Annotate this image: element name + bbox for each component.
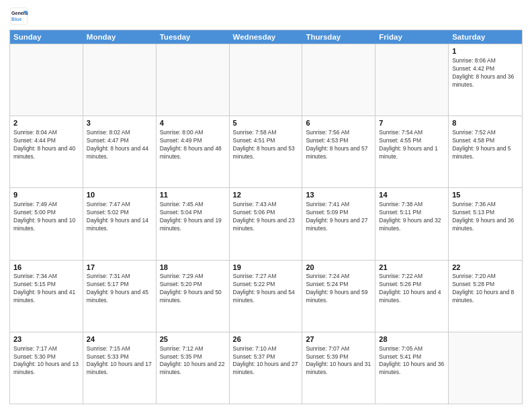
day-number: 7 xyxy=(379,118,445,128)
calendar-cell: 16Sunrise: 7:34 AM Sunset: 5:15 PM Dayli… xyxy=(10,261,83,332)
calendar-row: 9Sunrise: 7:49 AM Sunset: 5:00 PM Daylig… xyxy=(10,187,522,259)
calendar-cell xyxy=(83,44,157,116)
day-number: 16 xyxy=(13,263,79,273)
day-number: 28 xyxy=(379,334,445,345)
calendar-cell xyxy=(10,44,83,116)
calendar-cell: 13Sunrise: 7:41 AM Sunset: 5:09 PM Dayli… xyxy=(302,188,375,259)
calendar: SundayMondayTuesdayWednesdayThursdayFrid… xyxy=(9,30,523,404)
day-info: Sunrise: 7:54 AM Sunset: 4:55 PM Dayligh… xyxy=(379,129,445,161)
calendar-cell xyxy=(157,44,230,116)
day-number: 18 xyxy=(160,263,226,273)
day-number: 17 xyxy=(87,263,152,273)
day-info: Sunrise: 7:17 AM Sunset: 5:30 PM Dayligh… xyxy=(13,345,79,377)
day-info: Sunrise: 7:49 AM Sunset: 5:00 PM Dayligh… xyxy=(13,201,79,233)
page: General Blue SundayMondayTuesdayWednesda… xyxy=(0,0,532,411)
calendar-cell: 8Sunrise: 7:52 AM Sunset: 4:58 PM Daylig… xyxy=(449,116,522,187)
calendar-cell: 22Sunrise: 7:20 AM Sunset: 5:28 PM Dayli… xyxy=(449,261,522,332)
weekday-header: Saturday xyxy=(449,30,522,44)
calendar-body: 1Sunrise: 8:06 AM Sunset: 4:42 PM Daylig… xyxy=(10,44,522,404)
weekday-header: Tuesday xyxy=(157,30,230,44)
day-info: Sunrise: 7:12 AM Sunset: 5:35 PM Dayligh… xyxy=(160,345,226,377)
day-info: Sunrise: 7:05 AM Sunset: 5:41 PM Dayligh… xyxy=(379,345,445,377)
day-info: Sunrise: 7:20 AM Sunset: 5:28 PM Dayligh… xyxy=(452,273,519,305)
day-info: Sunrise: 8:06 AM Sunset: 4:42 PM Dayligh… xyxy=(452,57,519,89)
weekday-header: Sunday xyxy=(10,30,83,44)
day-info: Sunrise: 7:22 AM Sunset: 5:26 PM Dayligh… xyxy=(379,273,445,305)
day-number: 25 xyxy=(160,334,226,345)
day-info: Sunrise: 7:52 AM Sunset: 4:58 PM Dayligh… xyxy=(452,129,519,161)
day-info: Sunrise: 7:41 AM Sunset: 5:09 PM Dayligh… xyxy=(306,201,371,233)
calendar-cell: 9Sunrise: 7:49 AM Sunset: 5:00 PM Daylig… xyxy=(10,188,83,259)
day-info: Sunrise: 8:00 AM Sunset: 4:49 PM Dayligh… xyxy=(160,129,226,161)
day-number: 23 xyxy=(13,334,79,345)
day-number: 14 xyxy=(379,190,445,200)
day-info: Sunrise: 8:02 AM Sunset: 4:47 PM Dayligh… xyxy=(87,129,152,161)
day-number: 1 xyxy=(452,46,519,56)
day-info: Sunrise: 7:29 AM Sunset: 5:20 PM Dayligh… xyxy=(160,273,226,305)
calendar-cell: 26Sunrise: 7:10 AM Sunset: 5:37 PM Dayli… xyxy=(230,332,303,404)
calendar-cell: 10Sunrise: 7:47 AM Sunset: 5:02 PM Dayli… xyxy=(83,188,157,259)
day-number: 19 xyxy=(233,263,299,273)
day-number: 4 xyxy=(160,118,226,128)
calendar-cell: 25Sunrise: 7:12 AM Sunset: 5:35 PM Dayli… xyxy=(157,332,230,404)
logo-icon: General Blue xyxy=(9,7,28,26)
calendar-cell: 18Sunrise: 7:29 AM Sunset: 5:20 PM Dayli… xyxy=(157,261,230,332)
calendar-cell: 1Sunrise: 8:06 AM Sunset: 4:42 PM Daylig… xyxy=(449,44,522,116)
day-info: Sunrise: 7:27 AM Sunset: 5:22 PM Dayligh… xyxy=(233,273,299,305)
day-number: 22 xyxy=(452,263,519,273)
calendar-cell: 17Sunrise: 7:31 AM Sunset: 5:17 PM Dayli… xyxy=(83,261,157,332)
calendar-cell: 28Sunrise: 7:05 AM Sunset: 5:41 PM Dayli… xyxy=(375,332,449,404)
day-number: 5 xyxy=(233,118,299,128)
day-info: Sunrise: 7:10 AM Sunset: 5:37 PM Dayligh… xyxy=(233,345,299,377)
day-number: 8 xyxy=(452,118,519,128)
calendar-cell: 4Sunrise: 8:00 AM Sunset: 4:49 PM Daylig… xyxy=(157,116,230,187)
weekday-header: Thursday xyxy=(302,30,375,44)
calendar-cell xyxy=(375,44,449,116)
day-number: 9 xyxy=(13,190,79,200)
day-number: 21 xyxy=(379,263,445,273)
day-info: Sunrise: 7:31 AM Sunset: 5:17 PM Dayligh… xyxy=(87,273,152,305)
weekday-header: Monday xyxy=(83,30,157,44)
day-number: 12 xyxy=(233,190,299,200)
day-info: Sunrise: 7:24 AM Sunset: 5:24 PM Dayligh… xyxy=(306,273,371,305)
calendar-header: SundayMondayTuesdayWednesdayThursdayFrid… xyxy=(10,30,522,44)
day-number: 6 xyxy=(306,118,371,128)
svg-rect-0 xyxy=(11,8,28,25)
calendar-cell: 21Sunrise: 7:22 AM Sunset: 5:26 PM Dayli… xyxy=(375,261,449,332)
calendar-cell: 5Sunrise: 7:58 AM Sunset: 4:51 PM Daylig… xyxy=(230,116,303,187)
calendar-cell: 11Sunrise: 7:45 AM Sunset: 5:04 PM Dayli… xyxy=(157,188,230,259)
day-number: 10 xyxy=(87,190,152,200)
day-number: 26 xyxy=(233,334,299,345)
calendar-cell: 15Sunrise: 7:36 AM Sunset: 5:13 PM Dayli… xyxy=(449,188,522,259)
calendar-cell: 7Sunrise: 7:54 AM Sunset: 4:55 PM Daylig… xyxy=(375,116,449,187)
day-number: 20 xyxy=(306,263,371,273)
calendar-cell xyxy=(302,44,375,116)
day-number: 24 xyxy=(87,334,152,345)
day-number: 13 xyxy=(306,190,371,200)
calendar-row: 16Sunrise: 7:34 AM Sunset: 5:15 PM Dayli… xyxy=(10,260,522,332)
day-info: Sunrise: 7:45 AM Sunset: 5:04 PM Dayligh… xyxy=(160,201,226,233)
day-number: 3 xyxy=(87,118,152,128)
day-info: Sunrise: 7:07 AM Sunset: 5:39 PM Dayligh… xyxy=(306,345,371,377)
day-info: Sunrise: 7:56 AM Sunset: 4:53 PM Dayligh… xyxy=(306,129,371,161)
calendar-row: 1Sunrise: 8:06 AM Sunset: 4:42 PM Daylig… xyxy=(10,44,522,116)
calendar-row: 23Sunrise: 7:17 AM Sunset: 5:30 PM Dayli… xyxy=(10,332,522,404)
calendar-row: 2Sunrise: 8:04 AM Sunset: 4:44 PM Daylig… xyxy=(10,116,522,187)
day-info: Sunrise: 7:34 AM Sunset: 5:15 PM Dayligh… xyxy=(13,273,79,305)
calendar-cell: 12Sunrise: 7:43 AM Sunset: 5:06 PM Dayli… xyxy=(230,188,303,259)
calendar-cell: 24Sunrise: 7:15 AM Sunset: 5:33 PM Dayli… xyxy=(83,332,157,404)
day-number: 15 xyxy=(452,190,519,200)
day-info: Sunrise: 7:43 AM Sunset: 5:06 PM Dayligh… xyxy=(233,201,299,233)
day-number: 2 xyxy=(13,118,79,128)
calendar-cell: 14Sunrise: 7:38 AM Sunset: 5:11 PM Dayli… xyxy=(375,188,449,259)
day-number: 27 xyxy=(306,334,371,345)
day-number: 11 xyxy=(160,190,226,200)
day-info: Sunrise: 7:36 AM Sunset: 5:13 PM Dayligh… xyxy=(452,201,519,233)
day-info: Sunrise: 7:15 AM Sunset: 5:33 PM Dayligh… xyxy=(87,345,152,377)
logo: General Blue xyxy=(9,7,28,26)
calendar-cell: 20Sunrise: 7:24 AM Sunset: 5:24 PM Dayli… xyxy=(302,261,375,332)
day-info: Sunrise: 7:58 AM Sunset: 4:51 PM Dayligh… xyxy=(233,129,299,161)
calendar-cell: 19Sunrise: 7:27 AM Sunset: 5:22 PM Dayli… xyxy=(230,261,303,332)
day-info: Sunrise: 8:04 AM Sunset: 4:44 PM Dayligh… xyxy=(13,129,79,161)
calendar-cell: 6Sunrise: 7:56 AM Sunset: 4:53 PM Daylig… xyxy=(302,116,375,187)
